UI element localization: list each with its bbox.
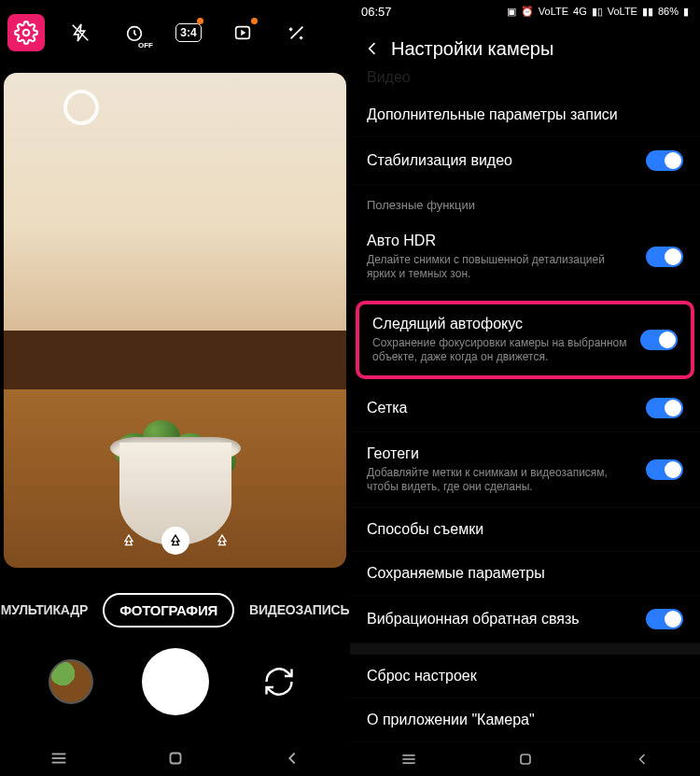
- nav-back-button[interactable]: [633, 750, 651, 769]
- row-title: Сохраняемые параметры: [367, 565, 672, 582]
- row-sub: Делайте снимки с повышенной детализацией…: [367, 253, 635, 281]
- zoom-wide-button[interactable]: [161, 527, 189, 555]
- camera-settings-screen: 06:57 ▣ ⏰ VoLTE 4G ▮▯ VoLTE ▮▮ 86% ▮ Нас…: [350, 0, 700, 776]
- row-title: Дополнительные параметры записи: [367, 106, 672, 123]
- signal-icon: ▮▯: [592, 6, 603, 18]
- back-icon: [282, 748, 302, 769]
- switch-camera-icon: [262, 665, 296, 698]
- row-stabilize[interactable]: Стабилизация видео: [350, 137, 700, 185]
- battery-text: 86%: [658, 6, 679, 17]
- volte-icon-2: VoLTE: [608, 6, 637, 17]
- home-icon: [165, 748, 186, 769]
- svg-rect-12: [521, 755, 530, 764]
- gallery-thumbnail-button[interactable]: [49, 659, 93, 704]
- truncated-section-label: Видео: [350, 67, 700, 93]
- tree-icon: [215, 533, 230, 548]
- timer-label: OFF: [138, 41, 153, 49]
- switch-camera-button[interactable]: [257, 659, 301, 704]
- tree-icon: [121, 533, 136, 548]
- chevron-left-icon: [363, 39, 382, 58]
- badge-dot-icon: [251, 18, 258, 24]
- nav-recents-button[interactable]: [49, 748, 69, 769]
- camera-app-screen: OFF 3:4: [0, 0, 350, 776]
- nav-back-button[interactable]: [282, 748, 302, 769]
- row-title: О приложении "Камера": [367, 712, 672, 728]
- aspect-ratio-button[interactable]: 3:4: [170, 14, 207, 51]
- toggle-haptic[interactable]: [646, 609, 683, 629]
- settings-header: Настройки камеры: [350, 23, 700, 67]
- back-button[interactable]: [363, 39, 382, 58]
- camera-top-toolbar: OFF 3:4: [0, 0, 350, 65]
- svg-point-0: [23, 30, 30, 36]
- home-icon: [516, 750, 535, 769]
- gear-icon: [14, 21, 38, 45]
- row-title: Авто HDR: [367, 233, 635, 249]
- settings-button[interactable]: [7, 14, 45, 51]
- battery-icon: ▮: [683, 6, 689, 18]
- zoom-ultrawide-button[interactable]: [115, 527, 143, 555]
- row-about[interactable]: О приложении "Камера": [350, 698, 700, 742]
- row-sub: Сохранение фокусировки камеры на выбранн…: [372, 336, 629, 364]
- signal-icon-2: ▮▮: [642, 6, 653, 18]
- toggle-stabilize[interactable]: [646, 150, 683, 171]
- aspect-ratio-label: 3:4: [175, 23, 201, 42]
- row-haptic[interactable]: Вибрационная обратная связь: [350, 596, 700, 643]
- badge-dot-icon: [197, 18, 203, 24]
- row-reset[interactable]: Сброс настроек: [350, 655, 700, 698]
- row-title: Сетка: [367, 400, 635, 416]
- status-bar: 06:57 ▣ ⏰ VoLTE 4G ▮▯ VoLTE ▮▮ 86% ▮: [350, 0, 700, 23]
- volte-icon: VoLTE: [539, 6, 568, 17]
- filters-button[interactable]: [278, 14, 315, 51]
- row-title: Способы съемки: [367, 521, 672, 538]
- row-title: Вибрационная обратная связь: [367, 611, 635, 628]
- shutter-row: [0, 648, 350, 715]
- toggle-geotag[interactable]: [646, 459, 683, 480]
- row-save-preferences[interactable]: Сохраняемые параметры: [350, 552, 700, 596]
- flash-off-icon: [70, 22, 91, 43]
- recents-icon: [399, 750, 418, 769]
- android-navbar: [350, 742, 700, 776]
- toggle-autohdr[interactable]: [646, 247, 683, 267]
- row-sub: Добавляйте метки к снимкам и видеозапися…: [367, 466, 635, 494]
- row-shooting-methods[interactable]: Способы съемки: [350, 508, 700, 552]
- mode-current[interactable]: ФОТОГРАФИЯ: [103, 593, 234, 628]
- motion-photo-icon: [232, 22, 253, 43]
- shutter-button[interactable]: [142, 648, 209, 715]
- mode-next[interactable]: ВИДЕОЗАПИСЬ: [249, 602, 349, 617]
- camera-viewfinder[interactable]: [4, 73, 346, 568]
- preview-image: [4, 73, 346, 568]
- row-adv-record[interactable]: Дополнительные параметры записи: [350, 93, 700, 137]
- network-icon: 4G: [573, 6, 587, 17]
- row-title: Сброс настроек: [367, 668, 672, 684]
- tree-icon: [168, 533, 183, 548]
- nfc-icon: ▣: [507, 6, 516, 18]
- row-grid[interactable]: Сетка: [350, 385, 700, 432]
- mode-selector[interactable]: МУЛЬТИКАДР ФОТОГРАФИЯ ВИДЕОЗАПИСЬ: [0, 586, 350, 633]
- row-tracking-af[interactable]: Следящий автофокус Сохранение фокусировк…: [356, 301, 694, 379]
- android-navbar: [0, 731, 350, 776]
- motion-photo-button[interactable]: [224, 14, 261, 51]
- row-title: Геотеги: [367, 445, 635, 462]
- nav-home-button[interactable]: [165, 748, 186, 769]
- back-icon: [633, 750, 651, 769]
- row-title: Стабилизация видео: [367, 152, 635, 169]
- settings-title: Настройки камеры: [391, 38, 553, 60]
- toggle-grid[interactable]: [646, 398, 683, 418]
- nav-recents-button[interactable]: [399, 750, 418, 769]
- alarm-icon: ⏰: [521, 6, 534, 18]
- svg-rect-8: [170, 754, 180, 764]
- section-gap: [350, 643, 700, 655]
- zoom-tele-button[interactable]: [208, 527, 236, 555]
- row-geotag[interactable]: Геотеги Добавляйте метки к снимкам и вид…: [350, 432, 700, 508]
- zoom-selector: [115, 527, 236, 555]
- flash-off-button[interactable]: [62, 14, 99, 51]
- mode-prev[interactable]: МУЛЬТИКАДР: [1, 602, 88, 617]
- timer-icon: [124, 22, 145, 43]
- nav-home-button[interactable]: [516, 750, 535, 769]
- row-autohdr[interactable]: Авто HDR Делайте снимки с повышенной дет…: [350, 219, 700, 295]
- row-title: Следящий автофокус: [372, 316, 629, 332]
- recents-icon: [49, 748, 69, 769]
- toggle-tracking-af[interactable]: [640, 330, 678, 350]
- timer-button[interactable]: OFF: [116, 14, 153, 51]
- magic-icon: [287, 22, 307, 43]
